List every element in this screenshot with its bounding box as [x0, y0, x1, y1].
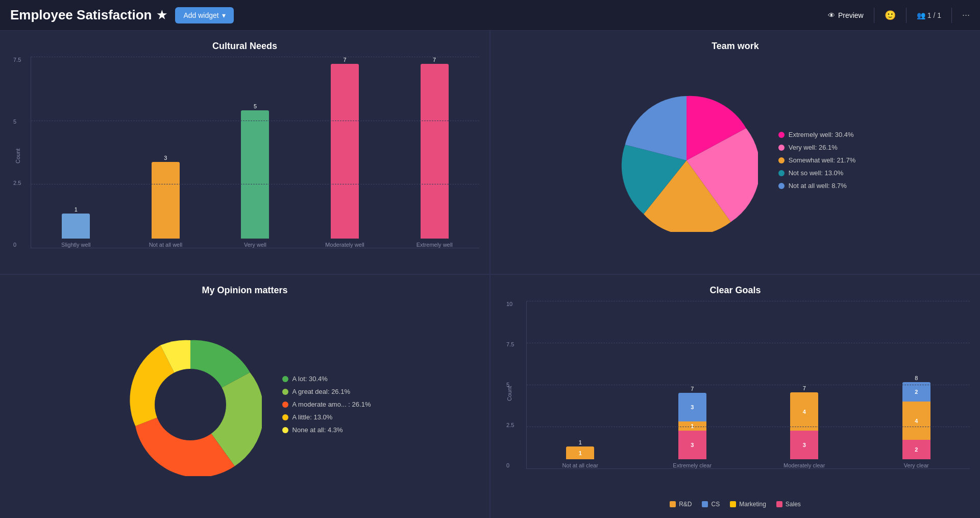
divider2 [906, 8, 906, 23]
y-axis-label-goals: Count [506, 386, 512, 401]
svg-point-0 [155, 369, 226, 440]
clear-goals-title: Clear Goals [709, 285, 761, 296]
header-right: 👁 Preview 🙂 👥 1 / 1 ··· [828, 8, 970, 23]
donut-container: A lot: 30.4% A great deal: 26.1% A moder… [10, 301, 479, 508]
donut-chart [119, 333, 262, 476]
legend-a-little: A little: 13.0% [282, 413, 371, 421]
legend-cs: CS [702, 501, 720, 508]
legend-moderate: A moderate amo... : 26.1% [282, 401, 371, 408]
team-work-widget: Team work Extremely well: 30.4% [491, 31, 980, 274]
legend-not-so-well: Not so well: 13.0% [778, 169, 856, 177]
divider3 [951, 8, 952, 23]
legend-rd: R&D [670, 501, 692, 508]
my-opinion-widget: My Opinion matters A l [0, 275, 489, 518]
team-work-title: Team work [712, 41, 759, 52]
y-label-0: 0 [13, 242, 21, 248]
star-icon[interactable]: ★ [157, 9, 167, 22]
title-text: Employee Satisfaction [10, 7, 152, 23]
clear-goals-widget: Clear Goals Count 10 7.5 5 2.5 0 [491, 275, 980, 518]
donut-legend: A lot: 30.4% A great deal: 26.1% A moder… [282, 375, 371, 434]
y-label-75: 7.5 [13, 57, 21, 63]
legend-not-at-all-well: Not at all well: 8.7% [778, 182, 856, 190]
pie-legend: Extremely well: 30.4% Very well: 26.1% S… [778, 131, 856, 190]
cultural-needs-widget: Cultural Needs Count 7.5 5 2.5 0 [0, 31, 489, 274]
page-title: Employee Satisfaction ★ [10, 7, 167, 23]
preview-button[interactable]: 👁 Preview [828, 11, 864, 19]
legend-very-well: Very well: 26.1% [778, 144, 856, 151]
users-badge: 👥 1 / 1 [917, 11, 941, 19]
goals-legend: R&D CS Marketing Sales [670, 501, 801, 508]
y-label-5: 5 [13, 119, 21, 125]
legend-extremely-well: Extremely well: 30.4% [778, 131, 856, 138]
pie-container: Extremely well: 30.4% Very well: 26.1% S… [501, 57, 970, 264]
bar-slightly-well: 1 Slightly well [36, 57, 116, 248]
add-widget-button[interactable]: Add widget ▾ [175, 7, 233, 23]
legend-none: None at all: 4.3% [282, 426, 371, 434]
divider [874, 8, 874, 23]
more-icon[interactable]: ··· [962, 10, 970, 20]
eye-icon: 👁 [828, 11, 835, 19]
y-label-25: 2.5 [13, 180, 21, 186]
bar-moderately-well: 7 Moderately well [305, 57, 385, 248]
users-icon: 👥 [917, 11, 925, 19]
legend-sales: Sales [776, 501, 801, 508]
emoji-icon[interactable]: 🙂 [885, 10, 896, 21]
header: Employee Satisfaction ★ Add widget ▾ 👁 P… [0, 0, 980, 31]
pie-chart [615, 89, 758, 232]
dashboard: Cultural Needs Count 7.5 5 2.5 0 [0, 31, 980, 518]
bar-not-at-all-well: 3 Not at all well [126, 57, 206, 248]
legend-marketing: Marketing [730, 501, 766, 508]
y-axis-label: Count [15, 148, 21, 163]
legend-somewhat-well: Somewhat well: 21.7% [778, 156, 856, 164]
bar-extremely-well: 7 Extremely well [395, 57, 474, 248]
my-opinion-title: My Opinion matters [202, 285, 287, 296]
legend-a-great-deal: A great deal: 26.1% [282, 388, 371, 395]
bar-very-well: 5 Very well [215, 57, 295, 248]
legend-a-lot: A lot: 30.4% [282, 375, 371, 383]
cultural-needs-title: Cultural Needs [212, 41, 277, 52]
